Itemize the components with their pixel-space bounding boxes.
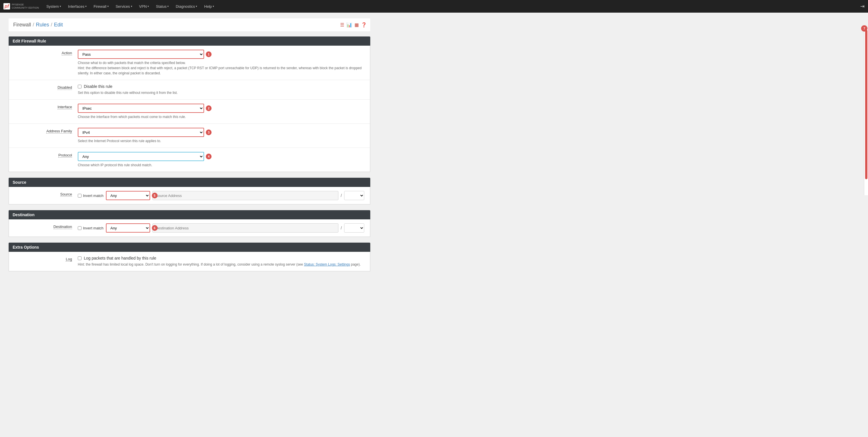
disabled-control-col: Disable this rule Set this option to dis…: [78, 84, 370, 95]
source-row: Source Invert match Any Single host or a…: [9, 187, 370, 204]
brand-logo: pf pfSenseCOMMUNITY EDITION: [3, 3, 39, 9]
log-row: Log Log packets that are handled by this…: [9, 252, 370, 271]
protocol-select[interactable]: Any TCP UDP TCP/UDP ICMP: [78, 152, 204, 161]
section-header-edit: Edit Firewall Rule: [9, 36, 370, 45]
interface-label-col: Interface: [9, 104, 78, 120]
edit-rule-panel: Action Pass Block Reject 1 Choose what t…: [9, 45, 370, 172]
breadcrumb-left: Firewall / Rules / Edit: [13, 22, 63, 28]
nav-help-caret: ▾: [213, 5, 214, 8]
address-family-select[interactable]: IPv4 IPv6 IPv4+IPv6: [78, 128, 204, 137]
source-label[interactable]: Source: [60, 192, 72, 197]
interface-row: Interface IPsec WAN LAN 2 Choose the int…: [9, 100, 370, 124]
destination-label[interactable]: Destination: [53, 224, 72, 229]
log-help-link[interactable]: Status: System Logs: Settings: [304, 262, 350, 267]
address-family-select-wrap: IPv4 IPv6 IPv4+IPv6 3: [78, 128, 204, 137]
nav-vpn-caret: ▾: [148, 5, 149, 8]
interface-label[interactable]: Interface: [57, 105, 72, 110]
logout-button[interactable]: ⇥: [860, 3, 865, 9]
interface-badge: 2: [206, 105, 212, 111]
protocol-help: Choose which IP protocol this rule shoul…: [78, 162, 364, 168]
source-slash: /: [341, 193, 342, 198]
interface-select[interactable]: IPsec WAN LAN: [78, 104, 204, 113]
nav-firewall-caret: ▾: [107, 5, 109, 8]
main-content: Firewall / Rules / Edit ☰ 📊 ▦ ❓ Edit Fir…: [0, 12, 379, 283]
source-invert-label: Invert match: [78, 193, 104, 198]
nav-firewall[interactable]: Firewall ▾: [91, 3, 112, 10]
breadcrumb-icons: ☰ 📊 ▦ ❓: [340, 22, 370, 28]
breadcrumb-firewall: Firewall: [13, 22, 31, 28]
address-family-help: Select the Internet Protocol version thi…: [78, 138, 364, 144]
scrollbar[interactable]: [864, 29, 868, 195]
nav-status[interactable]: Status ▾: [153, 3, 172, 10]
protocol-control-col: Any TCP UDP TCP/UDP ICMP 4 Choose which …: [78, 152, 370, 168]
source-select-wrap: Any Single host or alias Network This fi…: [106, 191, 150, 200]
disabled-checkbox[interactable]: [78, 85, 82, 88]
help-circle-icon[interactable]: ❓: [361, 22, 367, 28]
interface-control-col: IPsec WAN LAN 2 Choose the interface fro…: [78, 104, 370, 120]
breadcrumb: Firewall / Rules / Edit ☰ 📊 ▦ ❓: [9, 19, 370, 31]
logo-text: pf: [5, 4, 9, 9]
source-invert-checkbox[interactable]: [78, 194, 82, 197]
source-badge: 5: [152, 193, 158, 198]
destination-address-input[interactable]: [152, 223, 339, 232]
nav-diagnostics[interactable]: Diagnostics ▾: [173, 3, 200, 10]
logo-box: pf: [3, 3, 10, 9]
scroll-badge: 7: [861, 25, 867, 32]
destination-mask-select[interactable]: [344, 223, 364, 232]
address-family-label[interactable]: Address Family: [46, 129, 72, 133]
destination-invert-checkbox[interactable]: [78, 226, 82, 230]
action-select[interactable]: Pass Block Reject: [78, 50, 204, 59]
destination-type-select[interactable]: Any Single host or alias Network This fi…: [106, 223, 150, 232]
navbar: pf pfSenseCOMMUNITY EDITION System ▾ Int…: [0, 0, 868, 12]
disabled-row: Disabled Disable this rule Set this opti…: [9, 80, 370, 100]
log-control-col: Log packets that are handled by this rul…: [78, 256, 370, 267]
protocol-label[interactable]: Protocol: [58, 153, 72, 158]
destination-select-wrap: Any Single host or alias Network This fi…: [106, 223, 150, 232]
action-help: Choose what to do with packets that matc…: [78, 60, 364, 76]
protocol-label-col: Protocol: [9, 152, 78, 168]
nav-help[interactable]: Help ▾: [201, 3, 217, 10]
log-label: Log: [66, 257, 72, 261]
log-label-col: Log: [9, 256, 78, 267]
nav-vpn[interactable]: VPN ▾: [136, 3, 152, 10]
nav-system[interactable]: System ▾: [43, 3, 64, 10]
protocol-badge: 4: [206, 154, 212, 159]
filter-icon[interactable]: ☰: [340, 22, 344, 28]
breadcrumb-edit[interactable]: Edit: [54, 22, 63, 28]
nav-services[interactable]: Services ▾: [113, 3, 135, 10]
source-panel: Source Invert match Any Single host or a…: [9, 187, 370, 205]
source-mask-select[interactable]: [344, 191, 364, 200]
log-help: Hint: the firewall has limited local log…: [78, 262, 364, 267]
action-row: Action Pass Block Reject 1 Choose what t…: [9, 45, 370, 80]
source-type-select[interactable]: Any Single host or alias Network This fi…: [106, 191, 150, 200]
nav-interfaces-caret: ▾: [85, 5, 87, 8]
destination-row: Destination Invert match Any Single host…: [9, 219, 370, 237]
destination-section: Destination Destination Invert match: [9, 210, 370, 237]
disabled-label-col: Disabled: [9, 84, 78, 95]
action-label[interactable]: Action: [62, 51, 72, 55]
source-section-header: Source: [9, 178, 370, 187]
extra-options-section: Extra Options Log Log packets that are h…: [9, 243, 370, 271]
brand-text: pfSenseCOMMUNITY EDITION: [12, 3, 39, 9]
action-select-wrap: Pass Block Reject 1: [78, 50, 204, 59]
nav-status-caret: ▾: [167, 5, 169, 8]
table-icon[interactable]: ▦: [354, 22, 359, 28]
edit-firewall-rule-section: Edit Firewall Rule Action Pass Block Rej…: [9, 36, 370, 172]
nav-system-caret: ▾: [60, 5, 61, 8]
log-checkbox-row: Log packets that are handled by this rul…: [78, 256, 364, 260]
breadcrumb-rules[interactable]: Rules: [36, 22, 49, 28]
source-label-col: Source: [9, 191, 78, 200]
nav-interfaces[interactable]: Interfaces ▾: [65, 3, 90, 10]
log-checkbox[interactable]: [78, 256, 82, 260]
source-address-input[interactable]: [152, 191, 339, 200]
address-family-label-col: Address Family: [9, 128, 78, 144]
destination-panel: Destination Invert match Any Single host…: [9, 219, 370, 237]
nav-diagnostics-caret: ▾: [196, 5, 197, 8]
scrollbar-thumb: [865, 30, 867, 179]
chart-icon[interactable]: 📊: [346, 22, 352, 28]
breadcrumb-sep1: /: [33, 22, 34, 28]
destination-section-header: Destination: [9, 210, 370, 219]
destination-controls-row: Invert match Any Single host or alias Ne…: [78, 223, 364, 232]
address-family-row: Address Family IPv4 IPv6 IPv4+IPv6 3 Sel…: [9, 124, 370, 148]
breadcrumb-sep2: /: [51, 22, 52, 28]
